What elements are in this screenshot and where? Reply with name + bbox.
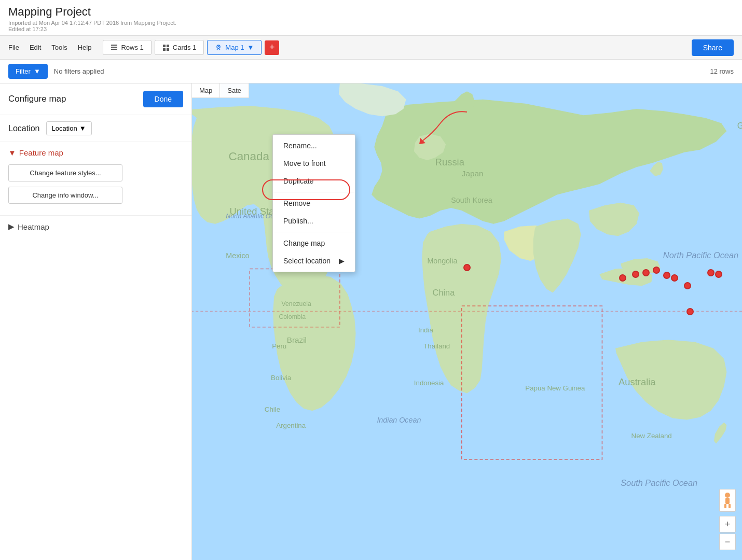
map-view-tabs: Map Sate: [192, 83, 249, 98]
submenu-arrow-icon: ▶: [339, 257, 345, 265]
location-label: Location: [8, 124, 40, 133]
svg-text:Russia: Russia: [435, 157, 465, 167]
svg-text:Peru: Peru: [272, 342, 286, 350]
menu-item-change-map[interactable]: Change map: [273, 234, 355, 252]
svg-text:Colombia: Colombia: [279, 313, 306, 320]
menu-edit[interactable]: Edit: [30, 44, 41, 51]
svg-rect-6: [167, 48, 169, 51]
svg-text:Papua New Guinea: Papua New Guinea: [525, 384, 585, 392]
map-marker-6: [663, 272, 670, 279]
pegman-icon[interactable]: [719, 489, 736, 512]
tab-map[interactable]: Map 1 ▼: [207, 40, 262, 55]
svg-text:Chile: Chile: [265, 405, 280, 413]
svg-text:Bolivia: Bolivia: [271, 374, 292, 382]
menu-bar: File Edit Tools Help: [8, 44, 91, 51]
svg-rect-5: [163, 48, 166, 51]
no-filters-text: No filters applied: [54, 67, 710, 75]
menu-tools[interactable]: Tools: [51, 44, 67, 51]
feature-map-arrow: ▼: [8, 148, 16, 157]
svg-rect-0: [111, 45, 117, 46]
map-area[interactable]: Map Sate: [192, 83, 742, 560]
svg-rect-4: [167, 45, 169, 47]
svg-text:New Zealand: New Zealand: [631, 432, 672, 440]
tab-rows[interactable]: Rows 1: [103, 40, 151, 55]
svg-text:Brazil: Brazil: [287, 335, 307, 344]
svg-rect-1: [111, 47, 117, 48]
filter-bar: Filter ▼ No filters applied 12 rows: [0, 60, 742, 83]
map-marker-1: [463, 264, 471, 271]
svg-rect-42: [729, 504, 731, 508]
main-content: Configure map Done Location Location ▼ ▼…: [0, 83, 742, 560]
svg-point-8: [218, 46, 219, 47]
svg-point-39: [725, 493, 730, 498]
toolbar: File Edit Tools Help Rows 1 Cards 1 Map: [0, 36, 742, 60]
svg-text:Thailand: Thailand: [423, 342, 450, 350]
svg-text:South Pacific Ocean: South Pacific Ocean: [621, 478, 697, 487]
menu-divider-1: [273, 192, 355, 192]
map-marker-11: [686, 308, 694, 315]
add-tab-button[interactable]: +: [265, 40, 279, 55]
svg-rect-2: [111, 49, 117, 50]
svg-text:China: China: [433, 288, 456, 297]
svg-text:Australia: Australia: [619, 376, 656, 387]
location-dropdown-value: Location: [52, 124, 77, 132]
heatmap-arrow: ▶: [8, 222, 15, 231]
tab-rows-label: Rows 1: [121, 44, 143, 51]
tab-map-arrow: ▼: [248, 44, 254, 51]
map-marker-10: [684, 282, 691, 289]
menu-item-rename[interactable]: Rename...: [273, 137, 355, 155]
filter-button[interactable]: Filter ▼: [8, 64, 48, 79]
menu-item-publish[interactable]: Publish...: [273, 212, 355, 230]
feature-map-title[interactable]: ▼ Feature map: [8, 148, 183, 157]
map-tab-map[interactable]: Map: [192, 83, 220, 97]
map-marker-3: [632, 271, 639, 278]
map-tab-satellite[interactable]: Sate: [220, 83, 249, 97]
zoom-in-button[interactable]: +: [719, 516, 736, 533]
change-info-window-button[interactable]: Change info window...: [8, 187, 122, 204]
menu-help[interactable]: Help: [78, 44, 92, 51]
map-marker-9: [715, 271, 722, 278]
svg-rect-3: [163, 45, 166, 47]
tab-cards[interactable]: Cards 1: [155, 40, 204, 55]
svg-text:Venezuela: Venezuela: [282, 300, 311, 307]
map-controls: + −: [719, 489, 736, 550]
svg-text:Indian Ocean: Indian Ocean: [377, 416, 421, 424]
menu-file[interactable]: File: [8, 44, 19, 51]
left-panel: Configure map Done Location Location ▼ ▼…: [0, 83, 192, 560]
done-button[interactable]: Done: [143, 91, 183, 107]
map-marker-8: [707, 269, 714, 276]
map-marker-7: [671, 274, 678, 282]
page-title: Mapping Project: [8, 5, 734, 19]
zoom-out-button[interactable]: −: [719, 534, 736, 550]
location-dropdown[interactable]: Location ▼: [46, 121, 92, 135]
menu-item-select-location[interactable]: Select location ▶: [273, 252, 355, 270]
svg-text:India: India: [418, 326, 433, 334]
filter-arrow-icon: ▼: [34, 67, 40, 75]
svg-text:South Korea: South Korea: [451, 196, 492, 204]
menu-divider-2: [273, 232, 355, 232]
change-feature-styles-button[interactable]: Change feature styles...: [8, 164, 122, 181]
svg-rect-41: [724, 504, 726, 508]
svg-text:Canada: Canada: [228, 150, 269, 163]
tab-map-label: Map 1: [225, 44, 244, 51]
map-marker-5: [653, 267, 660, 274]
svg-text:Argentina: Argentina: [276, 422, 306, 429]
location-row: Location Location ▼: [0, 115, 191, 142]
filter-label: Filter: [16, 67, 31, 75]
menu-item-remove[interactable]: Remove: [273, 194, 355, 212]
menu-item-duplicate[interactable]: Duplicate: [273, 172, 355, 190]
map-marker-4: [642, 269, 650, 276]
menu-item-move-to-front[interactable]: Move to front: [273, 155, 355, 172]
svg-text:Indonesia: Indonesia: [414, 379, 444, 387]
app-header: Mapping Project Imported at Mon Apr 04 1…: [0, 0, 742, 36]
context-menu: Rename... Move to front Duplicate Remove…: [272, 134, 355, 272]
rows-count: 12 rows: [710, 67, 734, 75]
svg-rect-40: [725, 498, 730, 504]
svg-text:Mongolia: Mongolia: [427, 257, 457, 265]
tab-cards-label: Cards 1: [173, 44, 197, 51]
svg-text:Mexico: Mexico: [226, 251, 249, 260]
heatmap-section: ▶ Heatmap: [0, 215, 191, 237]
share-button[interactable]: Share: [692, 39, 734, 56]
heatmap-title[interactable]: ▶ Heatmap: [8, 222, 183, 231]
svg-text:Japan: Japan: [462, 169, 484, 178]
